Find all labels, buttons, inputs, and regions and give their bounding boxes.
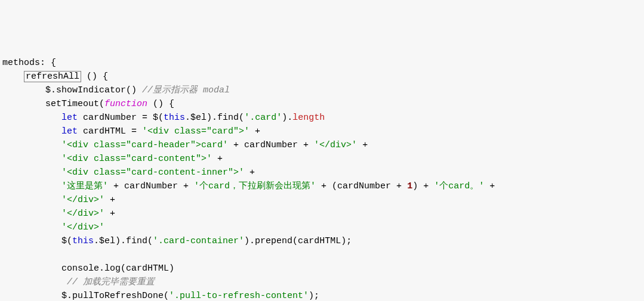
method-name-refreshall: refreshAll	[24, 71, 81, 82]
line-17a	[2, 277, 67, 287]
line-11b: +	[104, 195, 115, 205]
line-7b: + cardNumber +	[228, 140, 314, 150]
keyword-function: function	[104, 99, 147, 109]
keyword-let: let	[61, 126, 78, 136]
line-14b: .$el).find(	[94, 236, 153, 246]
line-5b: cardNumber = $(	[78, 113, 164, 123]
string-here-is: '这里是第'	[61, 181, 108, 191]
line-5a	[2, 113, 61, 123]
string-close-div: '</div>'	[61, 209, 104, 219]
string-close-div: '</div>'	[314, 140, 357, 150]
line-13a	[2, 222, 61, 232]
line-2-indent	[2, 72, 24, 82]
line-14c: ).prepend(cardHTML);	[244, 236, 352, 246]
string-close-div: '</div>'	[61, 222, 104, 232]
string-close-div: '</div>'	[61, 195, 104, 205]
line-9b: +	[244, 167, 255, 178]
code-block: methods: { refreshAll () { $.showIndicat…	[2, 56, 642, 301]
string-card-content: '<div class="card-content">'	[61, 154, 212, 164]
line-8a	[2, 154, 61, 164]
line-8b: +	[212, 154, 223, 164]
line-14a: $(	[2, 236, 72, 246]
line-7c: +	[357, 140, 368, 150]
line-18b: );	[309, 291, 319, 301]
string-card-container: '.card-container'	[153, 236, 244, 246]
line-12b: +	[104, 209, 115, 219]
number-one: 1	[407, 181, 412, 191]
line-2-after: () {	[81, 72, 108, 82]
line-7a	[2, 140, 61, 150]
line-6a	[2, 126, 61, 136]
line-10a	[2, 181, 61, 191]
line-16: console.log(cardHTML)	[2, 263, 174, 274]
keyword-this: this	[72, 236, 94, 246]
comment-reset-after-load: // 加载完毕需要重置	[67, 277, 155, 287]
line-6c: +	[249, 126, 260, 136]
line-4a: setTimeout(	[2, 99, 104, 109]
line-1: methods: {	[2, 58, 56, 68]
string-card-header: '<div class="card-header">card'	[61, 140, 228, 150]
string-card-period: '个card。'	[434, 181, 484, 191]
line-12a	[2, 209, 61, 219]
string-div-card: '<div class="card">'	[142, 126, 249, 136]
line-10d: ) +	[412, 181, 434, 191]
string-pull-to-refresh: '.pull-to-refresh-content'	[169, 291, 309, 301]
line-4b: () {	[147, 99, 174, 109]
line-3a: $.showIndicator()	[2, 85, 142, 95]
line-9a	[2, 167, 61, 178]
keyword-this: this	[164, 113, 185, 123]
comment-show-indicator: //显示指示器 modal	[142, 85, 230, 95]
string-card-selector: '.card'	[244, 113, 282, 123]
line-10c: + (cardNumber +	[316, 181, 407, 191]
line-10b: + cardNumber +	[108, 181, 194, 191]
line-5d: ).	[282, 113, 292, 123]
line-18a: $.pullToRefreshDone(	[2, 291, 169, 301]
line-6b: cardHTML =	[78, 126, 142, 136]
keyword-let: let	[61, 113, 78, 123]
string-pull-refresh: '个card，下拉刷新会出现第'	[194, 181, 316, 191]
line-5c: .$el).find(	[185, 113, 244, 123]
line-10e: +	[484, 181, 495, 191]
line-11a	[2, 195, 61, 205]
string-card-content-inner: '<div class="card-content-inner">'	[61, 167, 244, 178]
property-length: length	[292, 113, 325, 123]
